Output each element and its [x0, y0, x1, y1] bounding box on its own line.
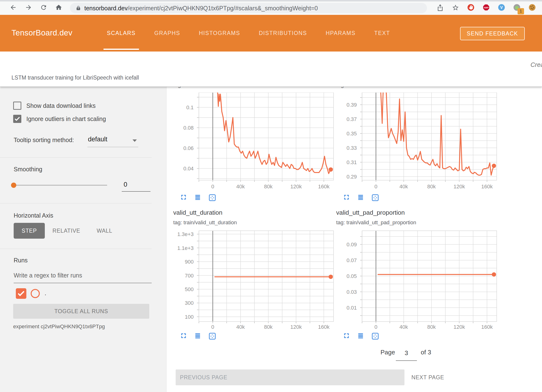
fit-domain-icon[interactable]	[372, 333, 379, 340]
forward-icon[interactable]	[25, 4, 32, 11]
v-extension-icon[interactable]: V	[498, 4, 505, 11]
lock-icon	[76, 5, 81, 11]
svg-text:0.09: 0.09	[346, 242, 357, 248]
back-icon[interactable]	[10, 4, 17, 11]
tab-scalars[interactable]: SCALARS	[104, 15, 139, 52]
smoothing-slider-thumb[interactable]	[11, 183, 16, 188]
axis-step-button[interactable]: STEP	[14, 223, 45, 239]
toggle-all-runs-button[interactable]: TOGGLE ALL RUNS	[13, 304, 149, 319]
share-icon[interactable]	[437, 4, 444, 11]
tab-distributions[interactable]: DISTRIBUTIONS	[255, 15, 310, 52]
expand-chart-icon[interactable]	[180, 333, 187, 339]
home-icon[interactable]	[55, 4, 62, 11]
svg-text:160k: 160k	[318, 184, 330, 190]
svg-text:0: 0	[211, 324, 214, 330]
divider	[0, 249, 152, 249]
data-table-icon[interactable]	[195, 333, 201, 339]
page-of-label: of 3	[421, 349, 431, 356]
svg-text:0.07: 0.07	[346, 257, 357, 263]
tab-hparams[interactable]: HPARAMS	[322, 15, 359, 52]
send-feedback-button[interactable]: SEND FEEDBACK	[460, 27, 525, 40]
svg-text:160k: 160k	[481, 324, 493, 330]
fit-domain-icon[interactable]	[209, 194, 216, 201]
nav-tabs: SCALARS GRAPHS HISTOGRAMS DISTRIBUTIONS …	[104, 15, 393, 52]
svg-text:40k: 40k	[236, 324, 245, 330]
svg-text:0.37: 0.37	[346, 116, 357, 122]
svg-text:80k: 80k	[427, 184, 436, 190]
bookmark-star-icon[interactable]	[452, 4, 459, 11]
svg-text:0.05: 0.05	[346, 273, 357, 279]
tab-text[interactable]: TEXT	[371, 15, 393, 52]
browser-toolbar: tensorboard.dev/experiment/cj2vtPiwQHKN9…	[0, 0, 542, 15]
experiment-id-caption: experiment cj2vtPiwQHKN9Q1tx6PTpg	[13, 323, 105, 330]
svg-text:0.08: 0.08	[183, 125, 194, 131]
expand-chart-icon[interactable]	[343, 194, 350, 200]
adblock-hand-icon[interactable]	[467, 4, 474, 11]
svg-text:100: 100	[185, 314, 194, 320]
fit-domain-icon[interactable]	[209, 333, 216, 340]
chart-tag-valid-utt-duration: tag: train/valid_utt_duration	[173, 219, 237, 226]
smoothing-slider-track[interactable]	[14, 185, 107, 186]
svg-text:80k: 80k	[427, 324, 436, 330]
scalar-chart-top-right[interactable]: 0.290.310.330.350.370.39040k80k120k160k	[332, 92, 498, 192]
divider	[0, 157, 152, 158]
scalar-chart-valid-utt-duration[interactable]: 1003005007009001.1e+31.3e+3040k80k120k16…	[169, 230, 335, 331]
data-table-icon[interactable]	[195, 194, 201, 200]
fit-domain-icon[interactable]	[372, 194, 379, 201]
runs-filter-underline	[14, 283, 152, 283]
axis-relative-button[interactable]: RELATIVE	[51, 223, 82, 239]
chart-tag-valid-utt-pad-proportion: tag: train/valid_utt_pad_proportion	[336, 219, 416, 226]
svg-text:0.33: 0.33	[346, 145, 357, 151]
scalar-chart-valid-utt-pad-proportion[interactable]: 0.010.030.050.070.09040k80k120k160k	[332, 230, 498, 331]
next-page-button[interactable]: NEXT PAGE	[411, 369, 444, 385]
svg-text:0.01: 0.01	[346, 305, 357, 311]
brand-logo[interactable]: TensorBoard.dev	[12, 28, 72, 37]
experiment-description: LSTM transducer training for LibriSpeech…	[12, 75, 139, 81]
chart-toolbar-top-right	[343, 194, 379, 201]
svg-text:500: 500	[185, 286, 194, 292]
svg-text:900: 900	[185, 259, 194, 265]
data-table-icon[interactable]	[357, 194, 364, 200]
svg-text:700: 700	[185, 273, 194, 279]
experiment-topbar: Crea LSTM transducer training for LibriS…	[0, 52, 542, 87]
app-header: TensorBoard.dev SCALARS GRAPHS HISTOGRAM…	[0, 15, 542, 52]
smoothing-value-input[interactable]: 0	[122, 179, 150, 192]
axis-wall-button[interactable]: WALL	[95, 223, 114, 239]
tooltip-sort-dropdown[interactable]: default	[87, 134, 138, 147]
url-bar[interactable]: tensorboard.dev/experiment/cj2vtPiwQHKN9…	[70, 3, 427, 13]
svg-text:40k: 40k	[399, 184, 408, 190]
previous-page-button[interactable]: PREVIOUS PAGE	[176, 369, 404, 385]
tooltip-sort-value: default	[88, 136, 107, 143]
expand-chart-icon[interactable]	[180, 194, 187, 200]
tab-histograms[interactable]: HISTOGRAMS	[196, 15, 243, 52]
smoothing-label: Smoothing	[14, 166, 42, 173]
run-visibility-checkbox[interactable]	[16, 288, 26, 299]
svg-text:0: 0	[375, 324, 377, 330]
abp-octagon-icon[interactable]: ABP	[483, 4, 490, 11]
ignore-outliers-checkbox[interactable]	[13, 115, 21, 123]
scalar-chart-top-left[interactable]: 0.040.060.080.1040k80k120k160k	[169, 92, 335, 192]
runs-filter-input[interactable]: Write a regex to filter runs	[14, 272, 82, 279]
check-icon	[14, 115, 21, 122]
tab-graphs[interactable]: GRAPHS	[151, 15, 184, 52]
page-number-input[interactable]: 3	[396, 347, 417, 361]
data-table-icon[interactable]	[357, 333, 364, 339]
chart-toolbar-bottom-left	[180, 333, 216, 340]
svg-text:0: 0	[211, 184, 214, 190]
cookie-icon[interactable]	[529, 4, 536, 11]
chart-toolbar-top-left	[180, 194, 216, 201]
svg-text:80k: 80k	[264, 184, 273, 190]
expand-chart-icon[interactable]	[343, 333, 350, 339]
chart-toolbar-bottom-right	[343, 333, 379, 340]
show-download-links-checkbox[interactable]	[13, 102, 21, 110]
reload-icon[interactable]	[40, 4, 47, 11]
url-path: /experiment/cj2vtPiwQHKN9Q1tx6PTpg/#scal…	[128, 5, 318, 12]
svg-text:V: V	[500, 5, 503, 10]
svg-text:120k: 120k	[454, 324, 465, 330]
svg-text:300: 300	[185, 300, 194, 306]
svg-text:120k: 120k	[290, 324, 302, 330]
runs-label: Runs	[14, 257, 28, 264]
svg-text:ABP: ABP	[484, 6, 489, 9]
svg-text:0.04: 0.04	[183, 166, 194, 172]
created-text-partial: Crea	[530, 61, 542, 69]
